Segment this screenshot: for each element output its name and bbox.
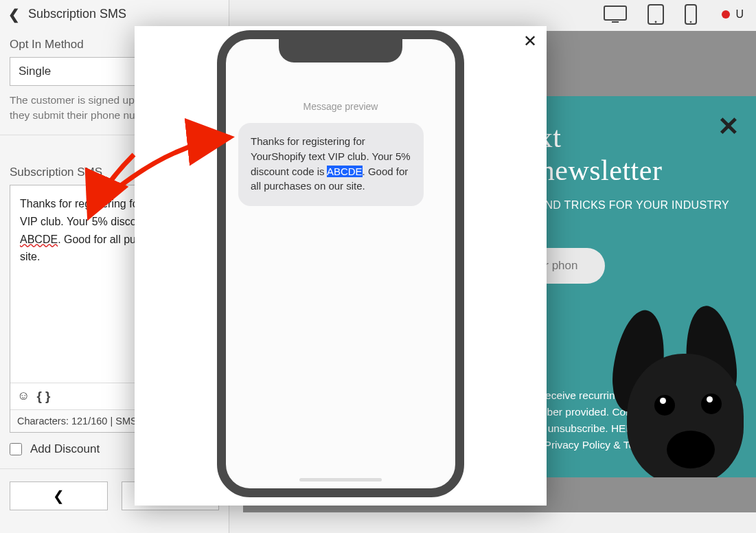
- status-dot-icon: [722, 10, 730, 19]
- phone-notch: [279, 38, 402, 63]
- message-preview-header: Message preview: [226, 101, 455, 112]
- back-icon[interactable]: ❮: [5, 8, 23, 21]
- svg-point-3: [655, 21, 657, 23]
- emoji-button[interactable]: ☺: [17, 389, 30, 403]
- top-toolbar: U: [604, 4, 744, 25]
- add-discount-checkbox[interactable]: [10, 443, 22, 455]
- svg-rect-1: [612, 21, 619, 23]
- optin-select-value: Single: [19, 65, 51, 78]
- tablet-icon[interactable]: [648, 4, 664, 25]
- sms-bubble-selected: ABCDE: [327, 166, 363, 177]
- dog-image: [598, 306, 756, 477]
- phone-frame: Message preview Thanks for registering f…: [217, 30, 464, 497]
- status-letter: U: [735, 8, 744, 21]
- desktop-icon[interactable]: [604, 5, 627, 23]
- variable-insert-button[interactable]: { }: [36, 389, 50, 404]
- prev-button[interactable]: ❮: [10, 481, 108, 510]
- newsletter-close-icon[interactable]: ✕: [718, 111, 740, 141]
- sidebar-title: Subscription SMS: [28, 7, 126, 21]
- sms-text-code: ABCDE: [20, 234, 58, 245]
- phone-home-indicator: [299, 478, 382, 481]
- modal-close-icon[interactable]: ✕: [523, 32, 537, 51]
- message-preview-modal: ✕ Message preview Thanks for registering…: [135, 26, 547, 506]
- status-indicator: U: [722, 8, 744, 21]
- add-discount-label: Add Discount: [30, 442, 100, 456]
- mobile-icon[interactable]: [685, 4, 697, 25]
- svg-point-5: [690, 21, 692, 23]
- sms-bubble: Thanks for registering for YourShopify t…: [238, 123, 424, 206]
- device-switcher: [604, 4, 697, 25]
- svg-rect-0: [604, 6, 626, 20]
